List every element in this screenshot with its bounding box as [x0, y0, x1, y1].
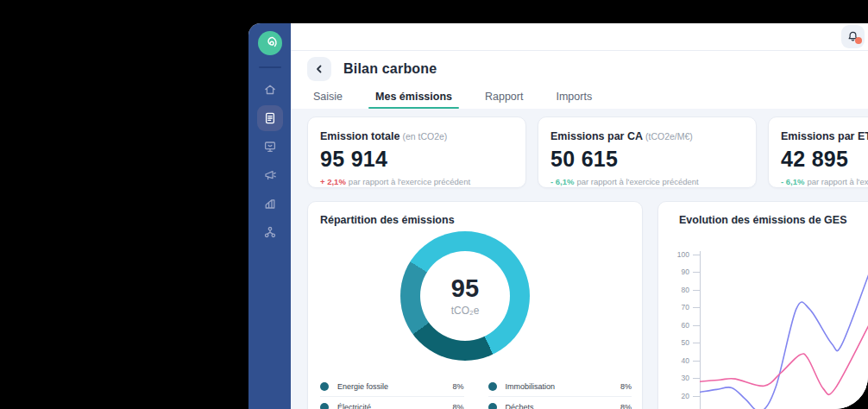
- donut-center: 95 tCO₂e: [420, 251, 510, 341]
- y-tick-mark: [693, 343, 700, 343]
- tab-mes-emissions[interactable]: Mes émissions: [370, 90, 457, 109]
- stat-delta: + 2,1%par rapport à l'exercice précédent: [320, 177, 513, 186]
- y-tick-mark: [693, 307, 700, 308]
- screen-icon: [263, 140, 277, 154]
- legend-value: 8%: [620, 403, 632, 409]
- donut-chart-card: Répartition des émissions 95 tCO₂e Energ…: [307, 201, 643, 409]
- legend-item: Energie fossile 8%: [320, 376, 464, 397]
- legend-dot-icon: [320, 403, 329, 409]
- notifications-button[interactable]: [841, 25, 865, 48]
- legend-value: 8%: [620, 382, 632, 391]
- y-tick-label: 80: [665, 286, 689, 294]
- legend-dot-icon: [488, 403, 497, 409]
- sidebar-divider: [259, 66, 281, 68]
- series-pink: [700, 325, 868, 395]
- home-icon: [263, 83, 277, 97]
- stat-delta-value: - 6,1%: [550, 177, 574, 186]
- sidebar-item-home[interactable]: [257, 77, 283, 103]
- y-tick-mark: [693, 272, 700, 273]
- stat-delta-text: par rapport à l'exercice précédent: [807, 177, 868, 186]
- legend-item: Électricité 8%: [320, 397, 464, 409]
- y-tick-mark: [693, 361, 700, 362]
- y-tick-label: 30: [665, 374, 689, 382]
- stat-delta: - 6,1%par rapport à l'exercice précédent: [781, 177, 868, 186]
- legend-label: Électricité: [337, 403, 445, 409]
- sidebar-item-hierarchy[interactable]: [257, 219, 283, 245]
- stat-value: 50 615: [550, 147, 744, 172]
- donut-center-unit: tCO₂e: [451, 305, 480, 317]
- page-title: Bilan carbone: [343, 61, 437, 77]
- megaphone-icon: [263, 168, 277, 182]
- charts-row: Répartition des émissions 95 tCO₂e Energ…: [307, 201, 868, 409]
- sidebar-item-document[interactable]: [257, 105, 283, 131]
- series-blue: [700, 274, 868, 409]
- stat-card-emissions-par-ca: Emissions par CA(tCO2e/M€) 50 615 - 6,1%…: [538, 116, 757, 188]
- stat-title: Emission totale: [320, 130, 399, 142]
- y-tick-label: 40: [665, 356, 689, 365]
- line-chart: [700, 202, 868, 409]
- back-button[interactable]: [307, 57, 331, 81]
- stat-delta-text: par rapport à l'exercice précédent: [349, 177, 470, 186]
- donut-chart: 95 tCO₂e: [400, 231, 530, 361]
- y-tick-label: 90: [665, 267, 689, 276]
- swirl-logo-icon: [262, 35, 278, 51]
- tab-rapport[interactable]: Rapport: [480, 90, 528, 109]
- tab-bar: Saisie Mes émissions Rapport Imports: [307, 90, 868, 109]
- y-tick-mark: [693, 325, 700, 326]
- y-tick-mark: [693, 290, 700, 291]
- line-chart-card: Evolution des émissions de GES 100908070…: [657, 201, 868, 409]
- y-tick-label: 100: [665, 250, 689, 259]
- topbar: [291, 23, 868, 51]
- hierarchy-icon: [263, 225, 277, 239]
- y-tick-label: 20: [665, 392, 689, 400]
- donut-center-value: 95: [451, 276, 479, 301]
- stat-unit: (en tCO2e): [402, 131, 447, 142]
- legend-label: Immobilisation: [506, 382, 613, 391]
- stat-value: 95 914: [320, 147, 513, 172]
- stat-cards-row: Emission totale(en tCO2e) 95 914 + 2,1%p…: [307, 116, 868, 188]
- chevron-left-icon: [313, 63, 325, 75]
- stat-delta: - 6,1%par rapport à l'exercice précédent: [550, 177, 744, 186]
- legend-label: Energie fossile: [337, 382, 445, 391]
- content-area: Emission totale(en tCO2e) 95 914 + 2,1%p…: [291, 109, 868, 409]
- app-logo[interactable]: [258, 31, 282, 55]
- tab-saisie[interactable]: Saisie: [308, 90, 348, 109]
- tab-imports[interactable]: Imports: [550, 90, 597, 109]
- sidebar-item-megaphone[interactable]: [257, 162, 283, 188]
- sidebar-item-screen[interactable]: [257, 134, 283, 160]
- stat-value: 42 895: [781, 147, 868, 172]
- notification-badge: [855, 37, 862, 44]
- legend-value: 8%: [452, 382, 463, 391]
- legend-dot-icon: [488, 382, 497, 391]
- page-header: Bilan carbone Saisie Mes émissions Rappo…: [291, 51, 868, 109]
- donut-legend: Energie fossile 8% Immobilisation 8% Éle: [320, 376, 632, 409]
- app-window: Bilan carbone Saisie Mes émissions Rappo…: [248, 23, 868, 409]
- stat-delta-text: par rapport à l'exercice précédent: [576, 177, 698, 186]
- stat-card-emissions-par-etp: Emissions par ETP(tCO2e/ETP) 42 895 - 6,…: [768, 116, 868, 188]
- donut-chart-title: Répartition des émissions: [320, 214, 455, 226]
- stat-title: Emissions par CA: [550, 130, 643, 142]
- y-tick-label: 70: [665, 303, 689, 311]
- stat-delta-value: - 6,1%: [781, 177, 804, 186]
- y-tick-mark: [693, 396, 700, 397]
- sidebar-item-bar-chart[interactable]: [257, 191, 283, 217]
- stat-unit: (tCO2e/M€): [645, 131, 693, 142]
- stat-card-emission-totale: Emission totale(en tCO2e) 95 914 + 2,1%p…: [307, 116, 526, 188]
- legend-label: Déchets: [506, 403, 613, 409]
- legend-value: 8%: [452, 403, 463, 409]
- y-tick-mark: [693, 255, 700, 255]
- stat-title: Emissions par ETP: [781, 130, 868, 142]
- y-tick-label: 60: [665, 321, 689, 330]
- legend-item: Déchets 8%: [488, 397, 632, 409]
- bar-chart-icon: [263, 197, 277, 211]
- y-tick-label: 50: [665, 338, 689, 347]
- legend-item: Immobilisation 8%: [488, 376, 632, 397]
- document-icon: [263, 111, 277, 125]
- legend-dot-icon: [320, 382, 329, 391]
- y-tick-mark: [693, 378, 700, 379]
- main-area: Bilan carbone Saisie Mes émissions Rappo…: [291, 23, 868, 409]
- stat-delta-value: + 2,1%: [320, 177, 346, 186]
- sidebar: [248, 23, 291, 409]
